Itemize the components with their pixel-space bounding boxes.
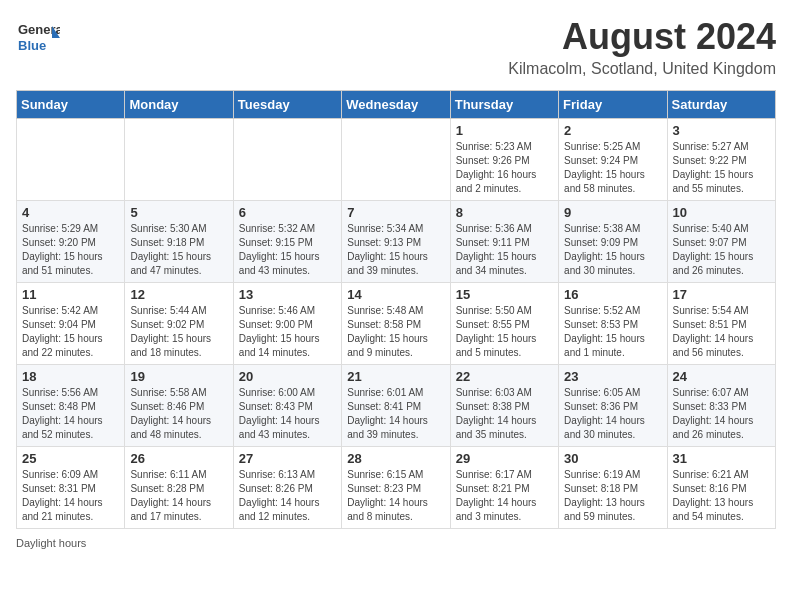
calendar-day-cell: 1Sunrise: 5:23 AM Sunset: 9:26 PM Daylig… bbox=[450, 119, 558, 201]
day-number: 4 bbox=[22, 205, 119, 220]
day-number: 31 bbox=[673, 451, 770, 466]
day-number: 26 bbox=[130, 451, 227, 466]
day-number: 17 bbox=[673, 287, 770, 302]
day-info: Sunrise: 5:44 AM Sunset: 9:02 PM Dayligh… bbox=[130, 304, 227, 360]
day-number: 21 bbox=[347, 369, 444, 384]
calendar-week-row: 1Sunrise: 5:23 AM Sunset: 9:26 PM Daylig… bbox=[17, 119, 776, 201]
day-info: Sunrise: 6:13 AM Sunset: 8:26 PM Dayligh… bbox=[239, 468, 336, 524]
day-info: Sunrise: 6:05 AM Sunset: 8:36 PM Dayligh… bbox=[564, 386, 661, 442]
day-info: Sunrise: 5:50 AM Sunset: 8:55 PM Dayligh… bbox=[456, 304, 553, 360]
day-info: Sunrise: 5:29 AM Sunset: 9:20 PM Dayligh… bbox=[22, 222, 119, 278]
day-number: 13 bbox=[239, 287, 336, 302]
calendar-day-cell: 21Sunrise: 6:01 AM Sunset: 8:41 PM Dayli… bbox=[342, 365, 450, 447]
day-info: Sunrise: 5:32 AM Sunset: 9:15 PM Dayligh… bbox=[239, 222, 336, 278]
location-subtitle: Kilmacolm, Scotland, United Kingdom bbox=[508, 60, 776, 78]
weekday-header-cell: Tuesday bbox=[233, 91, 341, 119]
calendar-day-cell: 15Sunrise: 5:50 AM Sunset: 8:55 PM Dayli… bbox=[450, 283, 558, 365]
day-number: 5 bbox=[130, 205, 227, 220]
title-area: August 2024 Kilmacolm, Scotland, United … bbox=[508, 16, 776, 78]
calendar-body: 1Sunrise: 5:23 AM Sunset: 9:26 PM Daylig… bbox=[17, 119, 776, 529]
day-number: 19 bbox=[130, 369, 227, 384]
calendar-day-cell: 7Sunrise: 5:34 AM Sunset: 9:13 PM Daylig… bbox=[342, 201, 450, 283]
calendar-day-cell: 5Sunrise: 5:30 AM Sunset: 9:18 PM Daylig… bbox=[125, 201, 233, 283]
day-info: Sunrise: 6:01 AM Sunset: 8:41 PM Dayligh… bbox=[347, 386, 444, 442]
day-info: Sunrise: 5:34 AM Sunset: 9:13 PM Dayligh… bbox=[347, 222, 444, 278]
calendar-day-cell: 25Sunrise: 6:09 AM Sunset: 8:31 PM Dayli… bbox=[17, 447, 125, 529]
day-info: Sunrise: 6:00 AM Sunset: 8:43 PM Dayligh… bbox=[239, 386, 336, 442]
calendar-day-cell: 18Sunrise: 5:56 AM Sunset: 8:48 PM Dayli… bbox=[17, 365, 125, 447]
day-number: 23 bbox=[564, 369, 661, 384]
day-number: 16 bbox=[564, 287, 661, 302]
calendar-day-cell: 29Sunrise: 6:17 AM Sunset: 8:21 PM Dayli… bbox=[450, 447, 558, 529]
day-info: Sunrise: 5:27 AM Sunset: 9:22 PM Dayligh… bbox=[673, 140, 770, 196]
day-number: 6 bbox=[239, 205, 336, 220]
calendar-day-cell: 24Sunrise: 6:07 AM Sunset: 8:33 PM Dayli… bbox=[667, 365, 775, 447]
day-info: Sunrise: 5:46 AM Sunset: 9:00 PM Dayligh… bbox=[239, 304, 336, 360]
day-info: Sunrise: 5:30 AM Sunset: 9:18 PM Dayligh… bbox=[130, 222, 227, 278]
calendar-day-cell: 20Sunrise: 6:00 AM Sunset: 8:43 PM Dayli… bbox=[233, 365, 341, 447]
day-number: 12 bbox=[130, 287, 227, 302]
calendar-day-cell bbox=[125, 119, 233, 201]
calendar-table: SundayMondayTuesdayWednesdayThursdayFrid… bbox=[16, 90, 776, 529]
day-info: Sunrise: 5:52 AM Sunset: 8:53 PM Dayligh… bbox=[564, 304, 661, 360]
calendar-day-cell: 12Sunrise: 5:44 AM Sunset: 9:02 PM Dayli… bbox=[125, 283, 233, 365]
footer-note: Daylight hours bbox=[16, 537, 776, 549]
calendar-day-cell: 14Sunrise: 5:48 AM Sunset: 8:58 PM Dayli… bbox=[342, 283, 450, 365]
day-number: 27 bbox=[239, 451, 336, 466]
calendar-day-cell: 6Sunrise: 5:32 AM Sunset: 9:15 PM Daylig… bbox=[233, 201, 341, 283]
day-number: 14 bbox=[347, 287, 444, 302]
calendar-day-cell: 22Sunrise: 6:03 AM Sunset: 8:38 PM Dayli… bbox=[450, 365, 558, 447]
day-number: 3 bbox=[673, 123, 770, 138]
day-number: 22 bbox=[456, 369, 553, 384]
day-number: 18 bbox=[22, 369, 119, 384]
calendar-day-cell: 19Sunrise: 5:58 AM Sunset: 8:46 PM Dayli… bbox=[125, 365, 233, 447]
day-number: 10 bbox=[673, 205, 770, 220]
day-number: 28 bbox=[347, 451, 444, 466]
day-info: Sunrise: 6:07 AM Sunset: 8:33 PM Dayligh… bbox=[673, 386, 770, 442]
weekday-header-cell: Saturday bbox=[667, 91, 775, 119]
logo: General Blue bbox=[16, 16, 60, 60]
calendar-day-cell: 13Sunrise: 5:46 AM Sunset: 9:00 PM Dayli… bbox=[233, 283, 341, 365]
weekday-header-cell: Monday bbox=[125, 91, 233, 119]
weekday-header-cell: Friday bbox=[559, 91, 667, 119]
calendar-day-cell: 2Sunrise: 5:25 AM Sunset: 9:24 PM Daylig… bbox=[559, 119, 667, 201]
daylight-hours-label: Daylight hours bbox=[16, 537, 86, 549]
calendar-week-row: 18Sunrise: 5:56 AM Sunset: 8:48 PM Dayli… bbox=[17, 365, 776, 447]
day-info: Sunrise: 5:42 AM Sunset: 9:04 PM Dayligh… bbox=[22, 304, 119, 360]
day-info: Sunrise: 6:17 AM Sunset: 8:21 PM Dayligh… bbox=[456, 468, 553, 524]
day-info: Sunrise: 6:11 AM Sunset: 8:28 PM Dayligh… bbox=[130, 468, 227, 524]
day-info: Sunrise: 5:58 AM Sunset: 8:46 PM Dayligh… bbox=[130, 386, 227, 442]
day-info: Sunrise: 5:56 AM Sunset: 8:48 PM Dayligh… bbox=[22, 386, 119, 442]
calendar-day-cell: 26Sunrise: 6:11 AM Sunset: 8:28 PM Dayli… bbox=[125, 447, 233, 529]
day-number: 2 bbox=[564, 123, 661, 138]
calendar-week-row: 11Sunrise: 5:42 AM Sunset: 9:04 PM Dayli… bbox=[17, 283, 776, 365]
calendar-day-cell bbox=[233, 119, 341, 201]
day-info: Sunrise: 5:38 AM Sunset: 9:09 PM Dayligh… bbox=[564, 222, 661, 278]
day-number: 7 bbox=[347, 205, 444, 220]
calendar-day-cell: 23Sunrise: 6:05 AM Sunset: 8:36 PM Dayli… bbox=[559, 365, 667, 447]
day-number: 25 bbox=[22, 451, 119, 466]
day-info: Sunrise: 5:23 AM Sunset: 9:26 PM Dayligh… bbox=[456, 140, 553, 196]
day-number: 15 bbox=[456, 287, 553, 302]
svg-text:Blue: Blue bbox=[18, 38, 46, 53]
day-number: 8 bbox=[456, 205, 553, 220]
calendar-day-cell: 4Sunrise: 5:29 AM Sunset: 9:20 PM Daylig… bbox=[17, 201, 125, 283]
calendar-day-cell: 3Sunrise: 5:27 AM Sunset: 9:22 PM Daylig… bbox=[667, 119, 775, 201]
header: General Blue August 2024 Kilmacolm, Scot… bbox=[16, 16, 776, 78]
weekday-header-row: SundayMondayTuesdayWednesdayThursdayFrid… bbox=[17, 91, 776, 119]
weekday-header-cell: Wednesday bbox=[342, 91, 450, 119]
calendar-day-cell: 11Sunrise: 5:42 AM Sunset: 9:04 PM Dayli… bbox=[17, 283, 125, 365]
day-number: 24 bbox=[673, 369, 770, 384]
day-number: 29 bbox=[456, 451, 553, 466]
day-number: 1 bbox=[456, 123, 553, 138]
calendar-day-cell: 9Sunrise: 5:38 AM Sunset: 9:09 PM Daylig… bbox=[559, 201, 667, 283]
calendar-day-cell: 30Sunrise: 6:19 AM Sunset: 8:18 PM Dayli… bbox=[559, 447, 667, 529]
day-info: Sunrise: 6:03 AM Sunset: 8:38 PM Dayligh… bbox=[456, 386, 553, 442]
day-number: 20 bbox=[239, 369, 336, 384]
calendar-day-cell: 10Sunrise: 5:40 AM Sunset: 9:07 PM Dayli… bbox=[667, 201, 775, 283]
day-number: 30 bbox=[564, 451, 661, 466]
calendar-day-cell: 8Sunrise: 5:36 AM Sunset: 9:11 PM Daylig… bbox=[450, 201, 558, 283]
day-info: Sunrise: 5:36 AM Sunset: 9:11 PM Dayligh… bbox=[456, 222, 553, 278]
day-info: Sunrise: 5:48 AM Sunset: 8:58 PM Dayligh… bbox=[347, 304, 444, 360]
day-info: Sunrise: 5:54 AM Sunset: 8:51 PM Dayligh… bbox=[673, 304, 770, 360]
